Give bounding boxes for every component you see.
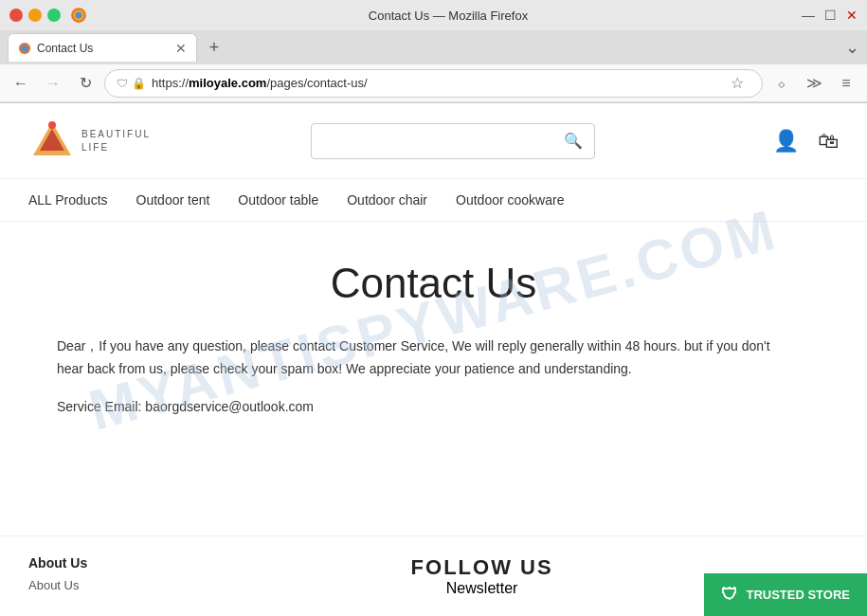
browser-title: Contact Us — Mozilla Firefox (95, 9, 802, 23)
shield-icon: 🛡 (117, 77, 128, 90)
account-button[interactable]: 👤 (773, 129, 799, 154)
nav-item-outdoor-chair[interactable]: Outdoor chair (347, 192, 427, 208)
forward-button[interactable]: → (40, 70, 66, 97)
footer-newsletter-label: Newsletter (446, 580, 518, 596)
page-title: Contact Us (57, 222, 810, 335)
site-nav: ALL Products Outdoor tent Outdoor table … (0, 179, 867, 222)
service-email-label: Service Email: (57, 399, 141, 414)
logo-icon (28, 118, 76, 165)
logo-text: BEAUTIFUL LIFE (81, 128, 151, 154)
trusted-store-badge[interactable]: 🛡 TRUSTED STORE (704, 573, 867, 616)
contact-text-line2: hear back from us, please check your spa… (57, 361, 632, 376)
service-email: baorgdservice@outlook.com (145, 399, 314, 414)
cart-button[interactable]: 🛍 (818, 129, 839, 154)
svg-point-4 (22, 45, 28, 51)
nav-item-outdoor-tent[interactable]: Outdoor tent (136, 192, 210, 208)
tab-overflow-button[interactable]: ⌄ (845, 37, 859, 58)
lock-icon: 🔒 (132, 77, 146, 90)
extensions-button[interactable]: ≫ (801, 70, 827, 97)
url-path: /pages/contact-us/ (266, 76, 367, 90)
footer-about-heading: About Us (28, 555, 87, 571)
tab-label: Contact Us (37, 42, 93, 55)
firefox-icon (70, 7, 87, 24)
footer-about-link[interactable]: About Us (28, 578, 87, 592)
search-icon: 🔍 (564, 132, 583, 150)
menu-button[interactable]: ≡ (833, 70, 859, 97)
title-bar: Contact Us — Mozilla Firefox — ☐ ✕ (0, 0, 867, 30)
trusted-shield-icon: 🛡 (721, 585, 738, 605)
nav-item-all-products[interactable]: ALL Products (28, 192, 108, 208)
logo-area: BEAUTIFUL LIFE (28, 118, 180, 165)
win-minimize-btn[interactable]: — (802, 8, 815, 23)
site-content: BEAUTIFUL LIFE 🔍 👤 🛍 ALL Products Outdoo… (0, 103, 867, 616)
address-bar[interactable]: 🛡 🔒 https://miloyale.com/pages/contact-u… (104, 69, 763, 98)
nav-item-outdoor-cookware[interactable]: Outdoor cookware (456, 192, 564, 208)
win-restore-btn[interactable]: ☐ (824, 8, 837, 23)
address-bar-security: 🛡 🔒 (117, 77, 146, 90)
search-input[interactable] (323, 134, 564, 149)
maximize-button[interactable] (47, 9, 61, 22)
contact-text-line1: Dear，If you have any question, please co… (57, 338, 770, 353)
url-domain: miloyale.com (189, 76, 266, 90)
tab-favicon (18, 42, 31, 55)
svg-point-2 (76, 12, 82, 19)
search-bar[interactable]: 🔍 (311, 123, 595, 159)
minimize-button[interactable] (28, 9, 42, 22)
close-button[interactable] (9, 9, 23, 22)
tab-bar: Contact Us ✕ + ⌄ (0, 30, 867, 64)
cart-icon: 🛍 (818, 129, 839, 153)
browser-chrome: Contact Us — Mozilla Firefox — ☐ ✕ Conta… (0, 0, 867, 103)
contact-paragraph: Dear，If you have any question, please co… (57, 335, 810, 381)
search-bar-wrap: 🔍 (180, 123, 725, 159)
header-icons: 👤 🛍 (725, 129, 839, 154)
url-display: https://miloyale.com/pages/contact-us/ (152, 76, 718, 90)
bookmark-button[interactable]: ☆ (724, 70, 750, 97)
window-controls (9, 9, 61, 22)
url-protocol: https:// (152, 76, 189, 90)
nav-item-outdoor-table[interactable]: Outdoor table (238, 192, 318, 208)
site-main: MYANTISPYWARE.COM Contact Us Dear，If you… (0, 222, 867, 418)
site-header: BEAUTIFUL LIFE 🔍 👤 🛍 (0, 103, 867, 179)
back-button[interactable]: ← (8, 70, 34, 97)
tab-close-button[interactable]: ✕ (175, 41, 187, 56)
new-tab-button[interactable]: + (201, 34, 227, 61)
account-icon: 👤 (773, 129, 799, 153)
pocket-button[interactable]: ⬦ (768, 70, 795, 97)
trusted-store-label: TRUSTED STORE (746, 588, 850, 602)
svg-point-7 (48, 121, 56, 129)
win-close-btn[interactable]: ✕ (846, 8, 858, 23)
navigation-bar: ← → ↻ 🛡 🔒 https://miloyale.com/pages/con… (0, 64, 867, 102)
refresh-button[interactable]: ↻ (72, 70, 99, 97)
service-email-paragraph: Service Email: baorgdservice@outlook.com (57, 396, 810, 419)
active-tab[interactable]: Contact Us ✕ (8, 33, 197, 62)
contact-body: Dear，If you have any question, please co… (57, 335, 810, 418)
footer-about-col: About Us About Us (28, 555, 87, 597)
